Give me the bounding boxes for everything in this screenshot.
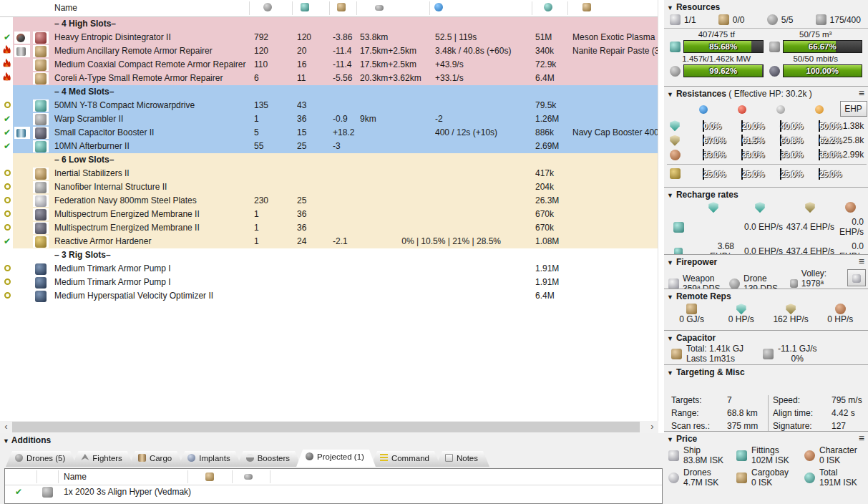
state-active-icon[interactable]: ✔	[1, 235, 13, 248]
state-active-icon[interactable]: ✔	[1, 112, 13, 126]
module-row[interactable]: Medium Coaxial Compact Remote Armor Repa…	[0, 58, 658, 72]
targeting-stats: Targets:7Range:68.8 kmScan res.:375 mmSe…	[664, 378, 868, 432]
cpu-value: 11	[297, 72, 327, 85]
tab-cargo[interactable]: Cargo	[129, 451, 183, 467]
module-row[interactable]: Medium Trimark Armor Pump I1.91M	[0, 262, 658, 276]
command-tab-icon	[380, 454, 388, 462]
hull-icon	[665, 150, 684, 160]
tab-fighters[interactable]: Fighters	[72, 451, 134, 467]
state-active-icon[interactable]: ✔	[1, 126, 13, 140]
module-row[interactable]: 50MN Y-T8 Compact Microwarpdrive1354379.…	[0, 99, 658, 112]
dronebay-icon	[769, 42, 780, 52]
range-icon	[244, 474, 253, 480]
state-active-icon[interactable]: ✔	[1, 140, 13, 153]
state-overheated-icon[interactable]	[1, 72, 13, 86]
module-row[interactable]: ✔Small Capacitor Booster II515+18.2400 /…	[0, 126, 658, 140]
loaded-charge-icon[interactable]	[16, 44, 29, 58]
module-row[interactable]: Multispectrum Energized Membrane II13667…	[0, 221, 658, 235]
tab-boosters[interactable]: Boosters	[237, 451, 301, 467]
module-row[interactable]: Medium Hyperspatial Velocity Optimizer I…	[0, 289, 658, 303]
additions-title[interactable]: ▼ Additions	[3, 435, 51, 445]
module-row[interactable]: ✔Heavy Entropic Disintegrator II792120-3…	[0, 31, 658, 44]
tab-projected-1[interactable]: Projected (1)	[296, 450, 376, 467]
cpu-value: 16	[297, 58, 327, 72]
cap-value: -2.1	[333, 235, 359, 248]
slot-section-row: – 6 Low Slots–	[0, 153, 658, 167]
price-label: Fittings	[751, 445, 789, 455]
module-row[interactable]: ✔10MN Afterburner II5525-32.69M	[0, 140, 658, 153]
collapse-triangle-icon: ▼	[667, 294, 673, 301]
firepower-line1: Drone	[743, 273, 778, 284]
resistances-header[interactable]: ▼Resistances ( Effective HP: 30.2k ) ≡	[664, 87, 868, 100]
scroll-left-arrow-icon[interactable]: ‹	[0, 421, 12, 433]
resources-header[interactable]: ▼Resources	[664, 0, 868, 13]
capacitor-header[interactable]: ▼Capacitor	[664, 331, 868, 344]
thermal-icon	[738, 105, 746, 114]
capacitor-delta: -11.1 GJ/s	[778, 344, 816, 354]
loaded-charge-icon[interactable]	[16, 31, 29, 44]
module-row[interactable]: ✔Reactive Armor Hardener124-2.10% | 10.5…	[0, 235, 658, 248]
state-online-icon[interactable]	[1, 289, 13, 303]
module-row[interactable]: Medium Trimark Armor Pump I1.91M	[0, 276, 658, 289]
state-online-icon[interactable]	[1, 262, 13, 276]
projected-item-row[interactable]: ✔ 1x 2020 3s Align Hyper (Vedmak)	[5, 485, 662, 499]
state-overheated-icon[interactable]	[1, 44, 13, 59]
resistance-cell: 25.0%	[684, 169, 723, 179]
stat-label: Scan res.:	[671, 420, 727, 432]
module-row[interactable]: Multispectrum Energized Membrane II13667…	[0, 208, 658, 221]
state-online-icon[interactable]	[1, 99, 13, 112]
module-row[interactable]: Federation Navy 800mm Steel Plates230252…	[0, 194, 658, 208]
firepower-menu-icon[interactable]: ≡	[859, 256, 864, 266]
module-row[interactable]: Coreli A-Type Small Remote Armor Repaire…	[0, 72, 658, 85]
module-row[interactable]: Medium Ancillary Remote Armor Repairer12…	[0, 44, 658, 58]
price-menu-icon[interactable]: ≡	[859, 433, 864, 443]
recharge-section: ▼Recharge rates 0.0 EHP/s437.4 EHP/s0.0 …	[664, 188, 868, 255]
scrollbar-thumb[interactable]	[12, 422, 640, 432]
ehp-button[interactable]: EHP	[840, 101, 867, 117]
loaded-charge-icon[interactable]	[16, 126, 29, 140]
remote-reps-header[interactable]: ▼Remote Reps	[664, 289, 868, 302]
tab-drones-5[interactable]: Drones (5)	[6, 451, 77, 467]
remote-rep-stat: 0 GJ/s	[667, 304, 716, 324]
price-stat: Ship83.8M ISK	[668, 445, 736, 465]
module-row[interactable]: Inertial Stabilizers II417k	[0, 167, 658, 180]
price-stat: Fittings102M ISK	[736, 445, 804, 465]
state-active-icon[interactable]: ✔	[1, 31, 13, 44]
state-online-icon[interactable]	[1, 221, 13, 235]
scroll-right-arrow-icon[interactable]: ›	[646, 421, 658, 433]
price-value: 0 ISK	[819, 455, 857, 465]
cap-value: -11.4	[333, 58, 359, 72]
module-name: Medium Ancillary Remote Armor Repairer	[54, 44, 246, 58]
tab-label: Fighters	[92, 454, 122, 462]
resistances-menu-icon[interactable]: ≡	[859, 88, 864, 98]
misc-value: 400 / 12s (+10s)	[435, 126, 532, 140]
tab-implants[interactable]: Implants	[178, 451, 241, 467]
firepower-stat: Volley: 1978ᵃDPS: 498ᵃ	[790, 268, 847, 289]
state-online-icon[interactable]	[1, 180, 13, 194]
name-column-header: Name	[64, 472, 87, 482]
state-online-icon[interactable]	[1, 276, 13, 289]
state-online-icon[interactable]	[1, 167, 13, 180]
module-row[interactable]: ✔Warp Scrambler II136-0.99km-21.26M	[0, 112, 658, 126]
recharge-header[interactable]: ▼Recharge rates	[664, 188, 868, 200]
state-online-icon[interactable]	[1, 194, 13, 208]
tab-command[interactable]: Command	[371, 451, 441, 467]
capacitor-total: Total: 1.41k GJ	[686, 344, 743, 354]
armor-icon	[670, 135, 681, 146]
slot-section-row: – 3 Rig Slots–	[0, 248, 658, 262]
module-row[interactable]: Nanofiber Internal Structure II204k	[0, 180, 658, 194]
tab-notes[interactable]: Notes	[436, 451, 489, 467]
active-state-icon[interactable]: ✔	[15, 485, 22, 499]
name-column-header: Name	[54, 3, 77, 13]
price-value: 1.91M	[535, 276, 570, 289]
price-label: Ship	[683, 445, 723, 455]
slot-section-label: – 4 Med Slots–	[54, 85, 269, 99]
state-online-icon[interactable]	[1, 208, 13, 221]
price-header[interactable]: ▼Price ≡	[664, 432, 868, 445]
horizontal-scrollbar[interactable]: ‹ ›	[0, 421, 658, 433]
firepower-header[interactable]: ▼Firepower ≡	[664, 255, 868, 268]
targeting-header[interactable]: ▼Targeting & Misc	[664, 365, 868, 378]
state-overheated-icon[interactable]	[1, 58, 13, 72]
pg-value: 1	[254, 235, 290, 248]
weapon-toggle-button[interactable]	[847, 269, 866, 286]
